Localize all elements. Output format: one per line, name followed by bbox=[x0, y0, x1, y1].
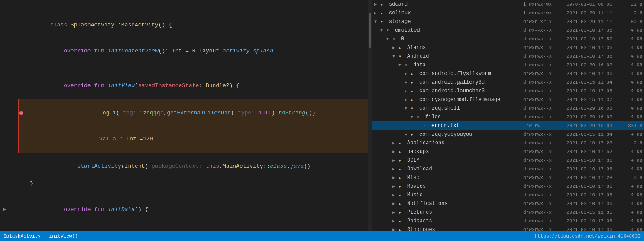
indent bbox=[50, 48, 64, 54]
null-kw: null bbox=[258, 110, 272, 116]
tree-row[interactable]: ▶ ▸ com.zqq.yueyouyou drwxrwx--x 2021-03… bbox=[372, 130, 644, 139]
tree-arrow: ▶ bbox=[392, 184, 398, 189]
tree-name: com.android.gallery3d bbox=[419, 79, 523, 85]
tree-row[interactable]: ▶ ▸ com.android.flysilkworm drwxrwx--x 2… bbox=[372, 69, 644, 78]
var-name: a bbox=[113, 136, 116, 142]
folder-icon: ▸ bbox=[398, 183, 405, 190]
paren: ( bbox=[121, 163, 125, 169]
tree-row[interactable]: ▶ ▸ Download drwxrwx--x 2021-03-10 17:36… bbox=[372, 165, 644, 173]
tree-row[interactable]: ▼ ▾ emulated drwx--x--x 2021-03-10 17:36… bbox=[372, 26, 644, 35]
tree-date: 2021-03-10 17:36 bbox=[566, 158, 623, 163]
keyword-fun: fun bbox=[94, 48, 107, 54]
tree-row[interactable]: ▼ ▾ storage drwxr-xr-x 2021-03-29 11:11 … bbox=[372, 17, 644, 26]
tree-perm: drwxrwx--x bbox=[523, 158, 566, 163]
code-line: } bbox=[0, 179, 372, 188]
code-scrollbar[interactable] bbox=[368, 0, 372, 231]
tree-size: 334 B bbox=[623, 123, 642, 128]
folder-icon: ▸ bbox=[411, 79, 417, 86]
equals: = bbox=[136, 136, 143, 142]
comma: , bbox=[163, 110, 167, 116]
tree-perm: drwxrwx--x bbox=[523, 45, 566, 50]
equals: = R.layout. bbox=[182, 48, 223, 54]
tree-row[interactable]: ▶ ▸ Podcasts drwxrwx--x 2021-03-10 17:36… bbox=[372, 217, 644, 225]
keyword-val: val bbox=[99, 136, 113, 142]
to-string: toString bbox=[278, 110, 305, 116]
tree-arrow: ▶ bbox=[392, 201, 398, 206]
tree-name: Notifications bbox=[407, 201, 523, 207]
tree-date: 2021-03-15 11:34 bbox=[566, 132, 623, 137]
file-tree[interactable]: ▶ ▸ sdcard lrwxrwxrwx 1970-01-01 08:00 2… bbox=[372, 0, 644, 231]
tree-row[interactable]: ▶ ▸ com.cyanogenmod.filemanage drwxrwx--… bbox=[372, 95, 644, 104]
tree-perm: drwxr-xr-x bbox=[523, 19, 566, 24]
tree-size: 4 KB bbox=[623, 166, 642, 172]
tree-row[interactable]: ▶ ▸ Ringtones drwxrwx--x 2021-03-10 17:3… bbox=[372, 225, 644, 231]
tree-row[interactable]: ▶ ▸ Alarms drwxrwx--x 2021-03-10 17:36 4… bbox=[372, 43, 644, 52]
tree-name: DCIM bbox=[407, 157, 523, 163]
tree-date: 2021-03-10 17:36 bbox=[566, 28, 623, 33]
tree-row[interactable]: ▼ ▾ com.zqq.shell drwxrwx--x 2021-03-29 … bbox=[372, 104, 644, 113]
tree-row[interactable]: ▶ ▸ sdcard lrwxrwxrwx 1970-01-01 08:00 2… bbox=[372, 0, 644, 9]
folder-icon: ▾ bbox=[392, 36, 399, 42]
tree-row[interactable]: ▶ ▸ backups drwxrwx--x 2021-03-10 17:52 … bbox=[372, 147, 644, 156]
tree-size: 4 KB bbox=[623, 88, 642, 94]
number2: 0 bbox=[150, 136, 153, 142]
tree-size: 4 KB bbox=[623, 97, 642, 102]
tree-date: 2021-03-29 16:09 bbox=[566, 123, 623, 128]
line-content: Log.i( tag: "zqqqq",getExternalFilesDir(… bbox=[32, 100, 368, 126]
tree-perm: -rw-rw---- bbox=[523, 123, 566, 128]
tree-size: 4 KB bbox=[623, 45, 642, 50]
tree-row[interactable]: · error.txt -rw-rw---- 2021-03-29 16:09 … bbox=[372, 121, 644, 130]
tree-row[interactable]: ▶ ▸ selinux lrwxrwxrwx 2021-03-29 11:11 … bbox=[372, 9, 644, 17]
tree-row[interactable]: ▶ ▸ Pictures drwxrwx--x 2021-03-15 11:35… bbox=[372, 208, 644, 217]
class-name: SplashActvity bbox=[71, 22, 118, 28]
tree-name: selinux bbox=[389, 10, 523, 16]
tree-arrow: ▶ bbox=[392, 218, 398, 224]
tree-perm: lrwxrwxrwx bbox=[523, 10, 566, 16]
tree-date: 2021-03-15 11:35 bbox=[566, 210, 623, 215]
scrollbar-thumb[interactable] bbox=[369, 13, 371, 48]
tree-size: 0 B bbox=[623, 175, 642, 180]
tree-arrow: ▶ bbox=[392, 158, 398, 163]
tree-date: 2021-03-15 11:37 bbox=[566, 97, 623, 102]
tree-row[interactable]: ▶ ▸ Movies drwxrwx--x 2021-03-10 17:36 4… bbox=[372, 182, 644, 191]
code-area: class SplashActvity :BaseActvity() { ove… bbox=[0, 0, 372, 231]
paren4: ()) bbox=[305, 110, 315, 116]
folder-icon: ▾ bbox=[405, 62, 411, 68]
keyword-override: override bbox=[64, 82, 94, 89]
double-colon: :: bbox=[263, 163, 270, 169]
folder-icon: ▸ bbox=[398, 209, 405, 216]
tree-arrow: ▶ bbox=[392, 192, 398, 198]
param-label: packageContext: bbox=[152, 163, 206, 169]
tree-date: 2021-03-29 16:08 bbox=[566, 114, 623, 120]
tree-row[interactable]: ▶ ▸ Misc drwxrwx--x 2021-03-10 17:28 0 B bbox=[372, 173, 644, 182]
tree-row[interactable]: ▶ ▸ Music drwxrwx--x 2021-03-10 17:36 4 … bbox=[372, 191, 644, 199]
tree-arrow: ▶ bbox=[392, 140, 398, 146]
line-content bbox=[16, 3, 369, 12]
tree-row[interactable]: ▶ ▸ DCIM drwxrwx--x 2021-03-10 17:36 4 K… bbox=[372, 156, 644, 165]
sig: ( bbox=[135, 82, 138, 89]
tree-row[interactable]: ▶ ▸ com.android.gallery3d drwxrwx--x 202… bbox=[372, 78, 644, 87]
tree-size: 4 KB bbox=[623, 149, 642, 154]
line-content: class SplashActvity :BaseActvity() { bbox=[16, 12, 369, 38]
tree-row[interactable]: ▶ ▸ com.android.launcher3 drwxrwx--x 202… bbox=[372, 87, 644, 95]
tree-perm: drwxrwx--x bbox=[523, 97, 566, 102]
function-name: initContentView bbox=[108, 48, 159, 54]
tree-size: 4 KB bbox=[623, 158, 642, 163]
tree-size: 0 B bbox=[623, 140, 642, 146]
tree-row[interactable]: ▼ ▾ files drwxrwx--x 2021-03-29 16:08 4 … bbox=[372, 113, 644, 121]
tree-date: 2021-03-10 17:36 bbox=[566, 192, 623, 198]
tree-perm: drwxrwx--x bbox=[523, 184, 566, 189]
tree-row[interactable]: ▼ ▾ data drwxrwx--x 2021-03-29 16:08 4 K… bbox=[372, 61, 644, 69]
tree-row[interactable]: ▶ ▸ Notifications drwxrwx--x 2021-03-10 … bbox=[372, 199, 644, 208]
code-line bbox=[0, 3, 372, 12]
tree-row[interactable]: ▶ ▸ Applications drwxrwx--x 2021-03-10 1… bbox=[372, 139, 644, 147]
sig: () { bbox=[135, 206, 148, 213]
tree-row[interactable]: ▼ ▾ 0 drwxrwx--x 2021-03-10 17:52 4 KB bbox=[372, 35, 644, 43]
tree-date: 2021-03-10 17:36 bbox=[566, 71, 623, 76]
folder-icon: ▾ bbox=[411, 105, 417, 112]
colon: : bbox=[199, 82, 206, 89]
tree-row[interactable]: ▼ ▾ Android drwxrwx--x 2021-03-10 17:36 … bbox=[372, 52, 644, 61]
tree-name: com.android.launcher3 bbox=[419, 88, 523, 94]
tree-size: 80 B bbox=[623, 19, 642, 24]
tree-name: emulated bbox=[395, 27, 523, 33]
